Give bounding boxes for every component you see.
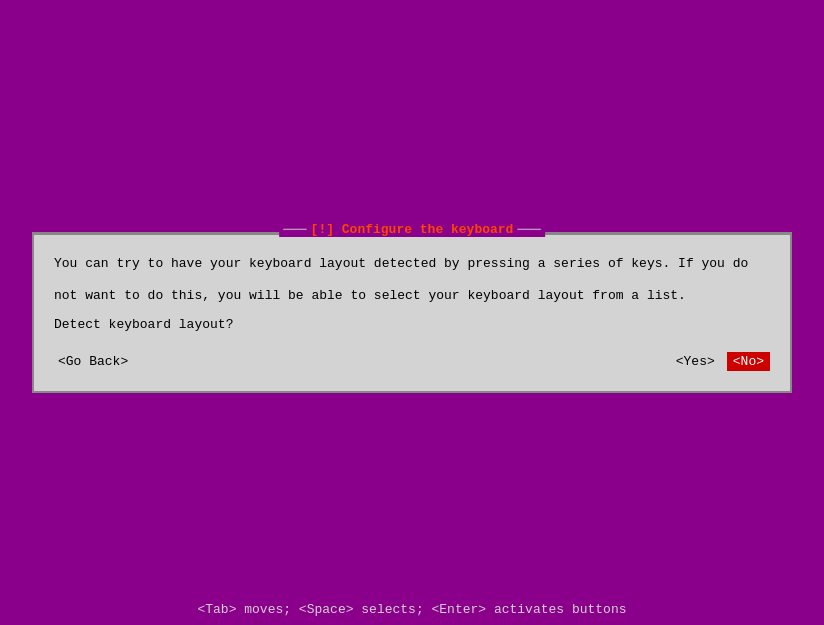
dialog-buttons: <Go Back> <Yes> <No> [54,348,770,375]
dialog-title-bar: ─── [!] Configure the keyboard ─── [279,222,545,237]
dialog-content: You can try to have your keyboard layout… [34,234,790,391]
dialog-message-line1: You can try to have your keyboard layout… [54,254,770,274]
no-button[interactable]: <No> [727,352,770,371]
dialog-question: Detect keyboard layout? [54,317,770,332]
button-group-left: <Go Back> [54,352,132,371]
screen: ─── [!] Configure the keyboard ─── You c… [0,0,824,625]
status-bar: <Tab> moves; <Space> selects; <Enter> ac… [0,602,824,617]
dialog-message-line2: not want to do this, you will be able to… [54,286,770,306]
yes-button[interactable]: <Yes> [672,352,719,371]
title-line-left: ─── [283,222,306,237]
button-group-right: <Yes> <No> [672,352,770,371]
dialog-title: [!] Configure the keyboard [311,222,514,237]
go-back-button[interactable]: <Go Back> [54,352,132,371]
title-line-right: ─── [517,222,540,237]
dialog-container: ─── [!] Configure the keyboard ─── You c… [32,232,792,393]
